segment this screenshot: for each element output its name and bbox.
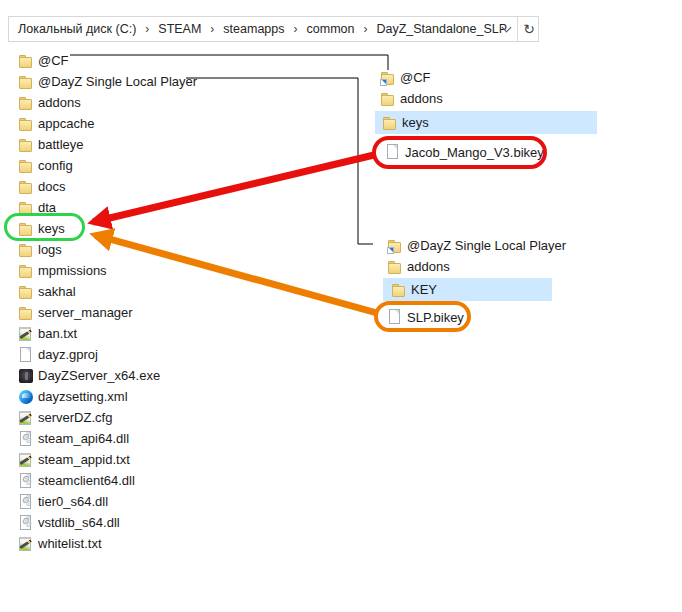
- file-item-tier0-s64-dll[interactable]: tier0_s64.dll: [18, 491, 197, 512]
- root-folder-list: @CF @DayZ Single Local Player addons app…: [18, 50, 197, 554]
- folder-icon: [382, 115, 398, 131]
- folder-icon: [380, 91, 396, 107]
- folder-item-cf[interactable]: @CF: [375, 67, 597, 88]
- folder-item-addons[interactable]: addons: [18, 92, 197, 113]
- folder-item-sakhal[interactable]: sakhal: [18, 281, 197, 302]
- folder-icon: [18, 74, 34, 90]
- folder-item-config[interactable]: config: [18, 155, 197, 176]
- breadcrumb-segment[interactable]: common ›: [307, 22, 377, 36]
- edge-icon: [18, 389, 34, 405]
- breadcrumb-segment[interactable]: Локальный диск (C:) ›: [18, 22, 158, 36]
- folder-shortcut-icon: [380, 70, 396, 86]
- dll-icon: [18, 515, 34, 531]
- folder-icon: [18, 95, 34, 111]
- cf-folder-panel: @CF addons keys Jacob_Mango_V3.bikey: [375, 67, 597, 164]
- slp-folder-panel: @DayZ Single Local Player addons KEY SLP…: [383, 235, 552, 330]
- file-icon: [387, 309, 403, 325]
- breadcrumb-separator-icon: ›: [145, 22, 149, 36]
- folder-item-dayz-single-local-player[interactable]: @DayZ Single Local Player: [383, 235, 552, 256]
- notepad-icon: [18, 326, 34, 342]
- folder-item-keys[interactable]: keys: [18, 218, 197, 239]
- notepad-icon: [18, 452, 34, 468]
- file-item-jacob-mango-v3-bikey[interactable]: Jacob_Mango_V3.bikey: [375, 140, 597, 164]
- folder-icon: [18, 263, 34, 279]
- folder-icon: [18, 116, 34, 132]
- breadcrumb-separator-icon: ›: [363, 22, 367, 36]
- folder-item-addons[interactable]: addons: [375, 88, 597, 109]
- addressbar-controls: ↻: [478, 16, 540, 42]
- file-item-dayz-gproj[interactable]: dayz.gproj: [18, 344, 197, 365]
- folder-icon: [18, 53, 34, 69]
- folder-item-mpmissions[interactable]: mpmissions: [18, 260, 197, 281]
- folder-icon: [391, 282, 407, 298]
- folder-item-appcache[interactable]: appcache: [18, 113, 197, 134]
- file-item-steamclient64-dll[interactable]: steamclient64.dll: [18, 470, 197, 491]
- chevron-down-icon[interactable]: [495, 17, 517, 41]
- folder-item-logs[interactable]: logs: [18, 239, 197, 260]
- folder-item-keys[interactable]: keys: [375, 111, 597, 134]
- file-item-vstdlib-s64-dll[interactable]: vstdlib_s64.dll: [18, 512, 197, 533]
- file-explorer-diagram: Локальный диск (C:) › STEAM › steamapps …: [0, 0, 682, 612]
- file-item-steam-api64-dll[interactable]: steam_api64.dll: [18, 428, 197, 449]
- file-item-dayzsetting-xml[interactable]: dayzsetting.xml: [18, 386, 197, 407]
- file-item-steam-appid-txt[interactable]: steam_appid.txt: [18, 449, 197, 470]
- breadcrumb-segment[interactable]: steamapps ›: [223, 22, 306, 36]
- folder-item-battleye[interactable]: battleye: [18, 134, 197, 155]
- folder-icon: [18, 284, 34, 300]
- folder-item-server-manager[interactable]: server_manager: [18, 302, 197, 323]
- folder-item-addons[interactable]: addons: [383, 256, 552, 277]
- folder-icon: [18, 137, 34, 153]
- file-item-serverdz-cfg[interactable]: serverDZ.cfg: [18, 407, 197, 428]
- dll-icon: [18, 494, 34, 510]
- file-item-slp-bikey[interactable]: SLP.bikey: [383, 304, 552, 330]
- breadcrumb: Локальный диск (C:) › STEAM › steamapps …: [8, 16, 539, 42]
- file-item-ban-txt[interactable]: ban.txt: [18, 323, 197, 344]
- file-item-whitelist-txt[interactable]: whitelist.txt: [18, 533, 197, 554]
- file-item-dayzserver-x64-exe[interactable]: DayZServer_x64.exe: [18, 365, 197, 386]
- breadcrumb-separator-icon: ›: [294, 22, 298, 36]
- folder-icon: [18, 305, 34, 321]
- folder-icon: [387, 259, 403, 275]
- folder-item-dayz-single-local-player[interactable]: @DayZ Single Local Player: [18, 71, 197, 92]
- folder-item-docs[interactable]: docs: [18, 176, 197, 197]
- connector-dayz-line: [186, 78, 373, 244]
- notepad-icon: [18, 536, 34, 552]
- app-dark-icon: [18, 368, 34, 384]
- refresh-icon[interactable]: ↻: [517, 17, 540, 41]
- folder-item-dta[interactable]: dta: [18, 197, 197, 218]
- folder-icon: [18, 179, 34, 195]
- dll-icon: [18, 473, 34, 489]
- folder-icon: [18, 200, 34, 216]
- file-icon: [385, 144, 401, 160]
- folder-item-key[interactable]: KEY: [383, 278, 552, 301]
- breadcrumb-separator-icon: ›: [210, 22, 214, 36]
- folder-icon: [18, 158, 34, 174]
- folder-icon: [18, 242, 34, 258]
- dll-icon: [18, 431, 34, 447]
- notepad-icon: [18, 410, 34, 426]
- folder-item-cf[interactable]: @CF: [18, 50, 197, 71]
- file-icon: [18, 347, 34, 363]
- folder-icon: [18, 221, 34, 237]
- folder-shortcut-icon: [387, 238, 403, 254]
- breadcrumb-segment[interactable]: STEAM ›: [158, 22, 223, 36]
